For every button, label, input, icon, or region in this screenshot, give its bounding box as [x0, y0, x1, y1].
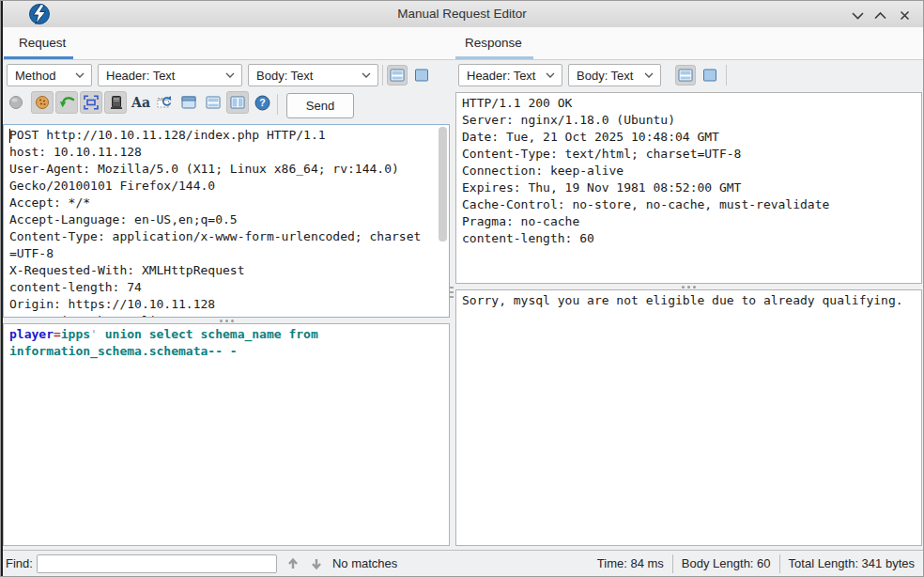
request-toolbar: Aa [3, 88, 450, 124]
tab-strip: Request Response [3, 27, 923, 60]
divider [726, 65, 727, 86]
arrow-up-icon [286, 557, 300, 570]
regenerate-tab-icon [157, 95, 173, 110]
response-view-split-button[interactable] [675, 65, 696, 86]
request-view-combined-button[interactable] [411, 65, 432, 86]
font-size-icon: Aa [131, 95, 150, 110]
response-header-view-value: Header: Text [467, 69, 535, 83]
find-label: Find: [6, 556, 33, 570]
split-vertical-view-button[interactable] [226, 91, 249, 114]
split-horizontal-view-button[interactable] [202, 91, 224, 114]
server-button[interactable] [104, 91, 127, 114]
help-icon: ? [254, 95, 270, 111]
split-horizontal-icon [678, 68, 693, 83]
cookies-toggle-button[interactable] [31, 91, 54, 114]
text-caret [9, 129, 10, 143]
cookie-icon [35, 95, 50, 110]
single-pane-icon [181, 95, 196, 110]
font-size-button[interactable]: Aa [131, 91, 151, 114]
status-body-length: Body Length: 60 [673, 556, 779, 570]
focus-brackets-icon [84, 95, 99, 110]
split-vertical-icon [230, 95, 245, 110]
method-combobox-value: Method [15, 69, 55, 83]
help-button[interactable]: ? [251, 91, 273, 114]
response-header-view-combobox[interactable]: Header: Text [458, 64, 562, 86]
arrow-down-icon [310, 557, 323, 570]
tab-response-underline [455, 56, 533, 59]
response-view-combined-button[interactable] [700, 65, 720, 86]
panel-splitter[interactable] [449, 278, 454, 306]
window-title: Manual Request Editor [1, 7, 923, 21]
request-body-editor[interactable]: player=ipps' union select schema_name fr… [3, 323, 450, 546]
status-total-length: Total Length: 341 bytes [780, 556, 923, 570]
single-pane-view-button[interactable] [177, 91, 200, 114]
divider [277, 94, 278, 115]
status-metrics: Time: 84 ms Body Length: 60 Total Length… [589, 551, 923, 576]
status-bar: Find: No matches Time: 84 ms Body Length… [1, 550, 923, 576]
follow-redirects-button[interactable] [55, 91, 78, 114]
find-previous-button[interactable] [285, 555, 301, 572]
find-next-button[interactable] [308, 555, 325, 572]
splitter-grip-icon [682, 286, 696, 288]
request-view-split-button[interactable] [387, 65, 408, 86]
title-bar[interactable]: Manual Request Editor [1, 1, 923, 28]
find-status: No matches [332, 556, 397, 570]
tab-request[interactable]: Request [3, 27, 452, 59]
request-header-scrollbar[interactable] [439, 127, 447, 242]
chevron-down-icon [644, 72, 654, 78]
split-horizontal-icon [206, 95, 221, 110]
request-header-text[interactable]: POST http://10.10.11.128/index.php HTTP/… [9, 127, 436, 317]
request-body-text[interactable]: player=ipps' union select schema_name fr… [9, 326, 441, 545]
chevron-down-icon [362, 72, 371, 78]
request-header-view-value: Header: Text [106, 69, 175, 83]
maximize-icon[interactable] [872, 8, 887, 23]
method-combobox[interactable]: Method [7, 64, 92, 86]
grey-ball-icon [8, 95, 23, 110]
request-body-view-combobox[interactable]: Body: Text [248, 64, 378, 86]
response-header-text[interactable]: HTTP/1.1 200 OK Server: nginx/1.18.0 (Ub… [462, 95, 914, 283]
minimize-icon[interactable] [850, 8, 865, 23]
splitter-grip-icon [220, 320, 234, 322]
svg-text:?: ? [259, 97, 265, 108]
chevron-down-icon [546, 72, 555, 78]
response-body-text[interactable]: Sorry, mysql you are not eligible due to… [462, 292, 914, 545]
disabled-ball-button [5, 91, 27, 114]
close-icon[interactable] [897, 8, 912, 23]
request-body-view-value: Body: Text [256, 69, 313, 83]
split-horizontal-icon [390, 68, 405, 83]
divider [382, 65, 383, 86]
server-icon [108, 95, 123, 110]
response-body-view-value: Body: Text [577, 69, 633, 83]
fixed-font-button[interactable] [80, 91, 102, 114]
request-header-view-combobox[interactable]: Header: Text [98, 64, 242, 86]
single-pane-icon [414, 68, 429, 83]
find-input[interactable] [37, 554, 277, 573]
response-body-view-combobox[interactable]: Body: Text [568, 64, 661, 86]
request-header-editor[interactable]: POST http://10.10.11.128/index.php HTTP/… [3, 124, 450, 318]
tab-response[interactable]: Response [455, 27, 923, 59]
single-pane-icon [702, 68, 717, 83]
regenerate-tab-button[interactable] [153, 91, 176, 114]
tab-request-label: Request [19, 36, 66, 50]
response-header-view[interactable]: HTTP/1.1 200 OK Server: nginx/1.18.0 (Ub… [455, 92, 922, 284]
manual-request-editor-window: Manual Request Editor Request Response M… [0, 0, 924, 577]
chevron-down-icon [75, 72, 85, 78]
background-window-edge [1, 1, 3, 577]
send-button[interactable]: Send [286, 93, 354, 118]
follow-redirects-icon [59, 95, 75, 110]
status-time: Time: 84 ms [589, 556, 672, 570]
tab-response-label: Response [465, 36, 522, 50]
tab-request-underline [4, 56, 73, 59]
chevron-down-icon [225, 72, 235, 78]
response-body-view[interactable]: Sorry, mysql you are not eligible due to… [455, 289, 922, 546]
